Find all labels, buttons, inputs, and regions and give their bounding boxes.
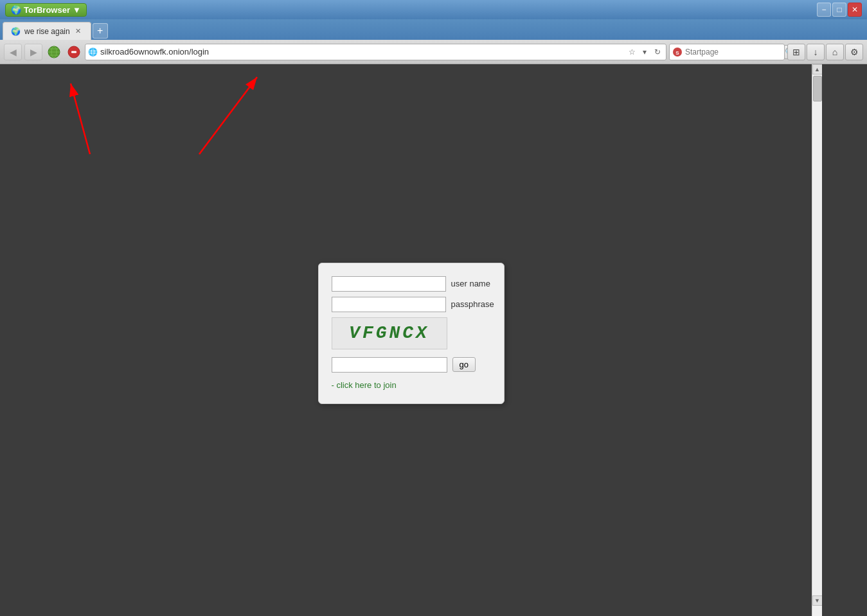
tab-label: we rise again [24, 27, 70, 36]
close-button[interactable]: ✕ [848, 3, 862, 17]
address-bar-container: 🌐 ☆ ▾ ↻ [85, 44, 666, 60]
red-arrow-1 [51, 77, 129, 163]
nav-right-buttons: ⊞ ↓ ⌂ ⚙ [787, 44, 863, 60]
passphrase-input[interactable] [332, 297, 446, 312]
username-label: user name [451, 279, 491, 288]
downloads-button[interactable]: ↓ [807, 44, 825, 60]
title-bar: 🌍 TorBrowser ▼ − □ ✕ [0, 0, 867, 19]
scroll-thumb[interactable] [813, 76, 822, 101]
page-content: user name passphrase VFGNCX go - click h… [0, 64, 822, 616]
back-button[interactable]: ◀ [4, 44, 22, 60]
scroll-down-arrow[interactable]: ▼ [812, 595, 823, 606]
tab-tor-icon: 🌍 [11, 27, 21, 36]
svg-line-10 [71, 84, 90, 154]
username-row: user name [332, 276, 491, 292]
vertical-scrollbar: ▲ ▼ [812, 64, 822, 616]
captcha-row: VFGNCX [332, 317, 491, 349]
svg-line-12 [199, 77, 257, 154]
address-bar[interactable] [100, 47, 623, 57]
home-button[interactable]: ⌂ [826, 44, 844, 60]
scroll-up-arrow[interactable]: ▲ [812, 64, 823, 75]
go-button[interactable]: go [452, 357, 476, 372]
svg-rect-6 [71, 51, 76, 53]
join-link[interactable]: - click here to join [332, 380, 397, 390]
captcha-input-row: go [332, 357, 491, 373]
captcha-image: VFGNCX [332, 317, 447, 349]
lock-icon: 🌐 [88, 48, 98, 57]
passphrase-row: passphrase [332, 297, 491, 312]
red-arrow-2 [180, 71, 296, 163]
passphrase-label: passphrase [451, 299, 494, 309]
tab-we-rise-again[interactable]: 🌍 we rise again ✕ [3, 22, 91, 40]
tor-browser-button[interactable]: 🌍 TorBrowser ▼ [5, 3, 87, 17]
app-name: TorBrowser [24, 5, 70, 15]
bookmark-icon[interactable]: ☆ [626, 46, 638, 58]
tor-globe-icon [47, 45, 61, 59]
address-bar-icons: ☆ ▾ ↻ [626, 46, 663, 58]
svg-text:S: S [675, 50, 679, 56]
stop-button[interactable] [66, 44, 82, 60]
bookmark-dropdown-icon[interactable]: ▾ [639, 46, 650, 58]
tab-close-button[interactable]: ✕ [74, 27, 83, 36]
minimize-button[interactable]: − [817, 3, 831, 17]
forward-button[interactable]: ▶ [24, 44, 42, 60]
search-bar-container: S 🔍 [669, 44, 785, 60]
login-box: user name passphrase VFGNCX go - click h… [318, 263, 505, 404]
new-tab-button[interactable]: + [93, 23, 108, 39]
search-engine-icon[interactable]: S [672, 47, 683, 57]
reload-icon[interactable]: ↻ [652, 46, 663, 58]
maximize-button[interactable]: □ [832, 3, 846, 17]
window-controls: − □ ✕ [817, 3, 862, 17]
tab-bar: 🌍 we rise again ✕ + [0, 19, 867, 40]
tor-icon: 🌍 [11, 5, 21, 15]
nav-bar: ◀ ▶ 🌐 ☆ ▾ ↻ S 🔍 [0, 40, 867, 64]
stop-icon [67, 45, 81, 59]
menu-button[interactable]: ⚙ [845, 44, 863, 60]
dropdown-arrow: ▼ [73, 5, 81, 15]
browser-area: user name passphrase VFGNCX go - click h… [0, 64, 867, 616]
search-input[interactable] [685, 48, 782, 57]
join-link-row: - click here to join [332, 379, 491, 391]
captcha-input[interactable] [332, 357, 447, 373]
tor-globe-button[interactable] [45, 44, 63, 60]
search-engine-logo: S [672, 47, 683, 57]
title-bar-left: 🌍 TorBrowser ▼ [5, 3, 87, 17]
extensions-button[interactable]: ⊞ [787, 44, 805, 60]
username-input[interactable] [332, 276, 446, 292]
